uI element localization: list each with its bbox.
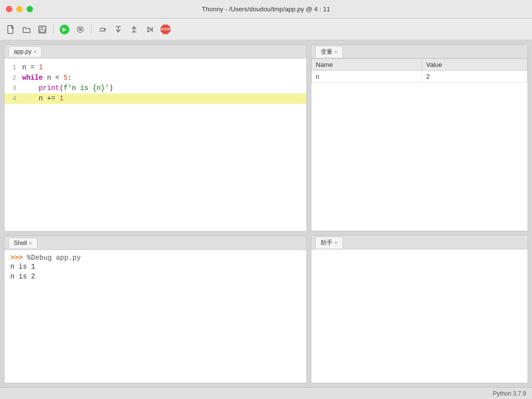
stop-button[interactable]: STOP <box>159 23 172 36</box>
code-editor[interactable]: 1 n = 1 2 while n < 5: 3 print(f'n is {n… <box>4 59 306 231</box>
run-icon: ▶ <box>60 25 69 34</box>
line-number-2: 2 <box>4 73 22 83</box>
variables-table-header-row: Name Value <box>312 59 528 71</box>
shell-prompt-arrow: >>> <box>10 254 23 262</box>
separator-2 <box>91 25 92 34</box>
svg-marker-12 <box>148 27 152 32</box>
resume-button[interactable] <box>143 23 157 36</box>
line-number-4: 4 <box>4 94 22 104</box>
debug-button[interactable] <box>73 23 87 36</box>
step-over-button[interactable] <box>96 23 109 36</box>
main-content: app.py× 1 n = 1 2 while n < 5: 3 print(f… <box>0 40 532 387</box>
left-panel: app.py× 1 n = 1 2 while n < 5: 3 print(f… <box>4 44 307 383</box>
helper-tab-label: 助手 <box>321 239 332 246</box>
variable-row-n: n 2 <box>312 71 528 83</box>
right-panel: 变量× Name Value n 2 <box>311 44 528 383</box>
close-button[interactable] <box>6 6 12 12</box>
helper-tab[interactable]: 助手× <box>315 237 343 248</box>
shell-output-2: n is 2 <box>10 272 300 281</box>
shell-output-1: n is 1 <box>10 262 300 272</box>
line-number-1: 1 <box>4 63 22 73</box>
variable-value-n: 2 <box>422 71 528 83</box>
window-title: Thonny - /Users/doudou/tmp/app.py @ 4 : … <box>202 5 330 13</box>
code-line-2: 2 while n < 5: <box>4 73 306 83</box>
code-line-3: 3 print(f'n is {n}') <box>4 83 306 93</box>
maximize-button[interactable] <box>27 6 33 12</box>
line-content-3: print(f'n is {n}') <box>22 83 306 93</box>
editor-tab[interactable]: app.py× <box>8 46 42 57</box>
line-content-4: n += 1 <box>22 93 306 103</box>
toolbar: ▶ <box>0 19 532 40</box>
svg-rect-2 <box>40 26 43 29</box>
shell-content[interactable]: >>> %Debug app.py n is 1 n is 2 <box>4 250 306 383</box>
line-content-2: while n < 5: <box>22 73 306 83</box>
shell-command: %Debug app.py <box>23 254 81 262</box>
editor-tab-close[interactable]: × <box>33 49 36 55</box>
variables-table-container: Name Value n 2 <box>311 59 528 231</box>
minimize-button[interactable] <box>16 6 23 12</box>
save-file-button[interactable] <box>35 23 49 36</box>
stop-icon: STOP <box>160 24 171 35</box>
status-bar: Python 3.7.9 <box>0 387 532 399</box>
line-number-3: 3 <box>4 84 22 93</box>
code-line-1: 1 n = 1 <box>4 62 306 73</box>
shell-tab[interactable]: Shell× <box>8 238 37 248</box>
step-out-button[interactable] <box>127 23 141 36</box>
variables-col-value: Value <box>422 59 528 71</box>
shell-panel: Shell× >>> %Debug app.py n is 1 n is 2 <box>4 236 307 383</box>
helper-header: 助手× <box>311 236 528 249</box>
helper-tab-close[interactable]: × <box>334 240 337 246</box>
open-file-button[interactable] <box>20 23 33 36</box>
helper-panel: 助手× <box>311 235 528 383</box>
svg-line-6 <box>78 27 79 29</box>
variables-table: Name Value n 2 <box>311 59 528 83</box>
editor-header: app.py× <box>4 45 306 59</box>
variables-panel: 变量× Name Value n 2 <box>311 44 528 231</box>
editor-panel: app.py× 1 n = 1 2 while n < 5: 3 print(f… <box>4 44 307 232</box>
variable-name-n: n <box>312 71 422 83</box>
svg-rect-0 <box>8 26 13 33</box>
line-content-1: n = 1 <box>22 62 306 72</box>
variables-tab[interactable]: 变量× <box>315 46 343 58</box>
shell-header: Shell× <box>4 236 306 250</box>
variables-tab-label: 变量 <box>321 48 332 55</box>
shell-prompt-line: >>> %Debug app.py <box>10 254 300 262</box>
code-line-4: 4 n += 1 <box>4 93 306 104</box>
shell-tab-close[interactable]: × <box>29 241 32 246</box>
variables-header: 变量× <box>311 45 528 59</box>
separator-1 <box>53 25 54 34</box>
editor-tab-label: app.py <box>14 48 32 55</box>
variables-tab-close[interactable]: × <box>334 49 337 55</box>
run-button[interactable]: ▶ <box>58 23 71 36</box>
new-file-button[interactable] <box>4 23 18 36</box>
title-bar: Thonny - /Users/doudou/tmp/app.py @ 4 : … <box>0 0 532 19</box>
window-controls <box>6 6 33 12</box>
shell-tab-label: Shell <box>14 240 27 246</box>
svg-line-7 <box>81 27 83 29</box>
helper-content <box>311 249 528 383</box>
step-into-button[interactable] <box>111 23 125 36</box>
svg-rect-3 <box>40 30 45 32</box>
python-version: Python 3.7.9 <box>493 390 526 397</box>
variables-col-name: Name <box>312 59 422 71</box>
